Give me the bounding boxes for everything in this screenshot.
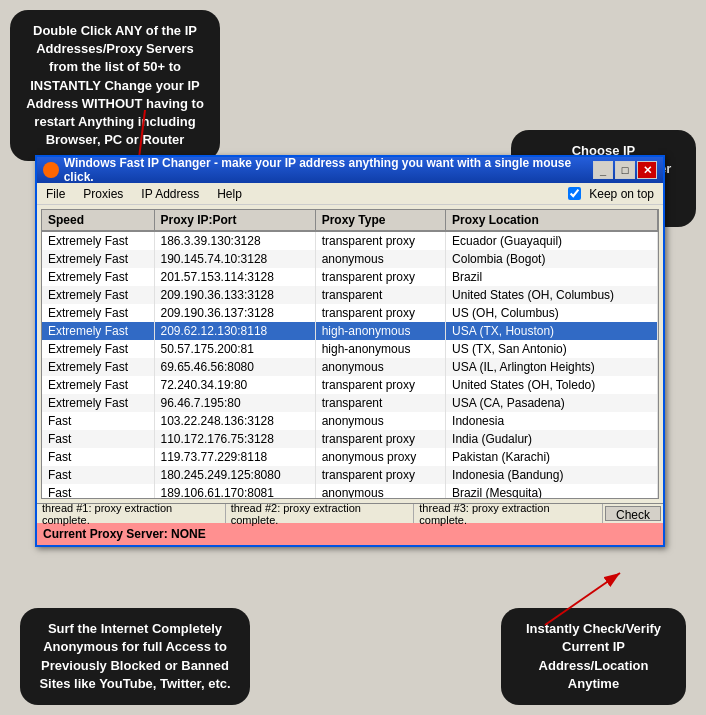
cell-location: US (OH, Columbus) (446, 304, 658, 322)
cell-ip: 72.240.34.19:80 (154, 376, 315, 394)
app-icon (43, 162, 59, 178)
cell-location: USA (TX, Houston) (446, 322, 658, 340)
cell-speed: Fast (42, 448, 154, 466)
cell-speed: Extremely Fast (42, 322, 154, 340)
cell-type: high-anonymous (315, 340, 445, 358)
status-panel-1: thread #1: proxy extraction complete. (37, 504, 226, 523)
table-body: Extremely Fast186.3.39.130:3128transpare… (42, 231, 658, 499)
window-controls[interactable]: _ □ ✕ (593, 161, 657, 179)
cell-type: anonymous (315, 484, 445, 499)
cell-speed: Extremely Fast (42, 268, 154, 286)
cell-speed: Extremely Fast (42, 358, 154, 376)
cell-speed: Fast (42, 412, 154, 430)
table-row[interactable]: Extremely Fast186.3.39.130:3128transpare… (42, 231, 658, 250)
cell-ip: 110.172.176.75:3128 (154, 430, 315, 448)
table-row[interactable]: Fast180.245.249.125:8080transparent prox… (42, 466, 658, 484)
keep-on-top-label: Keep on top (585, 186, 658, 202)
cell-location: India (Gudalur) (446, 430, 658, 448)
application-window: Windows Fast IP Changer - make your IP a… (35, 155, 665, 547)
cell-type: anonymous proxy (315, 448, 445, 466)
current-proxy-text: Current Proxy Server: NONE (43, 527, 206, 541)
table-row[interactable]: Fast189.106.61.170:8081anonymousBrazil (… (42, 484, 658, 499)
cell-ip: 189.106.61.170:8081 (154, 484, 315, 499)
table-row[interactable]: Extremely Fast201.57.153.114:3128transpa… (42, 268, 658, 286)
cell-speed: Extremely Fast (42, 340, 154, 358)
cell-ip: 50.57.175.200:81 (154, 340, 315, 358)
table-row[interactable]: Extremely Fast209.190.36.137:3128transpa… (42, 304, 658, 322)
cell-type: transparent (315, 394, 445, 412)
menubar: File Proxies IP Address Help Keep on top (37, 183, 663, 205)
table-row[interactable]: Extremely Fast190.145.74.10:3128anonymou… (42, 250, 658, 268)
col-speed[interactable]: Speed (42, 210, 154, 231)
cell-location: Brazil (446, 268, 658, 286)
cell-speed: Extremely Fast (42, 231, 154, 250)
status-panel-2: thread #2: proxy extraction complete. (226, 504, 415, 523)
bubble-bottomleft: Surf the Internet Completely Anonymous f… (20, 608, 250, 705)
table-row[interactable]: Extremely Fast96.46.7.195:80transparentU… (42, 394, 658, 412)
table-row[interactable]: Fast110.172.176.75:3128transparent proxy… (42, 430, 658, 448)
cell-speed: Extremely Fast (42, 286, 154, 304)
cell-type: transparent proxy (315, 231, 445, 250)
cell-type: anonymous (315, 358, 445, 376)
cell-location: Colombia (Bogot) (446, 250, 658, 268)
close-button[interactable]: ✕ (637, 161, 657, 179)
cell-ip: 186.3.39.130:3128 (154, 231, 315, 250)
table-row[interactable]: Extremely Fast209.190.36.133:3128transpa… (42, 286, 658, 304)
bubble-topleft: Double Click ANY of the IP Addresses/Pro… (10, 10, 220, 161)
cell-ip: 103.22.248.136:3128 (154, 412, 315, 430)
cell-location: Indonesia (Bandung) (446, 466, 658, 484)
proxy-table: Speed Proxy IP:Port Proxy Type Proxy Loc… (42, 210, 658, 499)
cell-type: anonymous (315, 250, 445, 268)
cell-ip: 96.46.7.195:80 (154, 394, 315, 412)
cell-location: Pakistan (Karachi) (446, 448, 658, 466)
cell-type: transparent proxy (315, 304, 445, 322)
cell-speed: Fast (42, 466, 154, 484)
menu-ipaddress[interactable]: IP Address (137, 186, 203, 202)
table-row[interactable]: Extremely Fast69.65.46.56:8080anonymousU… (42, 358, 658, 376)
cell-speed: Extremely Fast (42, 376, 154, 394)
cell-ip: 209.62.12.130:8118 (154, 322, 315, 340)
cell-location: Ecuador (Guayaquil) (446, 231, 658, 250)
menu-file[interactable]: File (42, 186, 69, 202)
cell-type: transparent proxy (315, 268, 445, 286)
cell-speed: Extremely Fast (42, 250, 154, 268)
col-location[interactable]: Proxy Location (446, 210, 658, 231)
cell-location: Indonesia (446, 412, 658, 430)
menu-proxies[interactable]: Proxies (79, 186, 127, 202)
cell-type: transparent proxy (315, 376, 445, 394)
keep-on-top-checkbox[interactable] (568, 187, 581, 200)
col-type[interactable]: Proxy Type (315, 210, 445, 231)
cell-type: anonymous (315, 412, 445, 430)
cell-location: Brazil (Mesquita) (446, 484, 658, 499)
table-row[interactable]: Extremely Fast50.57.175.200:81high-anony… (42, 340, 658, 358)
table-row[interactable]: Fast103.22.248.136:3128anonymousIndonesi… (42, 412, 658, 430)
cell-speed: Fast (42, 484, 154, 499)
minimize-button[interactable]: _ (593, 161, 613, 179)
cell-type: transparent (315, 286, 445, 304)
proxy-bar: Current Proxy Server: NONE (37, 523, 663, 545)
col-ip[interactable]: Proxy IP:Port (154, 210, 315, 231)
menu-help[interactable]: Help (213, 186, 246, 202)
table-row[interactable]: Fast119.73.77.229:8118anonymous proxyPak… (42, 448, 658, 466)
cell-ip: 201.57.153.114:3128 (154, 268, 315, 286)
cell-speed: Extremely Fast (42, 304, 154, 322)
cell-ip: 69.65.46.56:8080 (154, 358, 315, 376)
status-panel-3: thread #3: proxy extraction complete. (414, 504, 603, 523)
maximize-button[interactable]: □ (615, 161, 635, 179)
cell-type: high-anonymous (315, 322, 445, 340)
bubble-bottomright: Instantly Check/Verify Current IP Addres… (501, 608, 686, 705)
proxy-table-container[interactable]: Speed Proxy IP:Port Proxy Type Proxy Loc… (41, 209, 659, 499)
cell-location: USA (CA, Pasadena) (446, 394, 658, 412)
cell-ip: 209.190.36.137:3128 (154, 304, 315, 322)
statusbar: thread #1: proxy extraction complete. th… (37, 503, 663, 523)
cell-type: transparent proxy (315, 430, 445, 448)
check-button[interactable]: Check (605, 506, 661, 521)
titlebar-left: Windows Fast IP Changer - make your IP a… (43, 156, 593, 184)
cell-ip: 209.190.36.133:3128 (154, 286, 315, 304)
table-header: Speed Proxy IP:Port Proxy Type Proxy Loc… (42, 210, 658, 231)
table-row[interactable]: Extremely Fast209.62.12.130:8118high-ano… (42, 322, 658, 340)
cell-location: United States (OH, Columbus) (446, 286, 658, 304)
cell-location: United States (OH, Toledo) (446, 376, 658, 394)
cell-speed: Fast (42, 430, 154, 448)
table-row[interactable]: Extremely Fast72.240.34.19:80transparent… (42, 376, 658, 394)
